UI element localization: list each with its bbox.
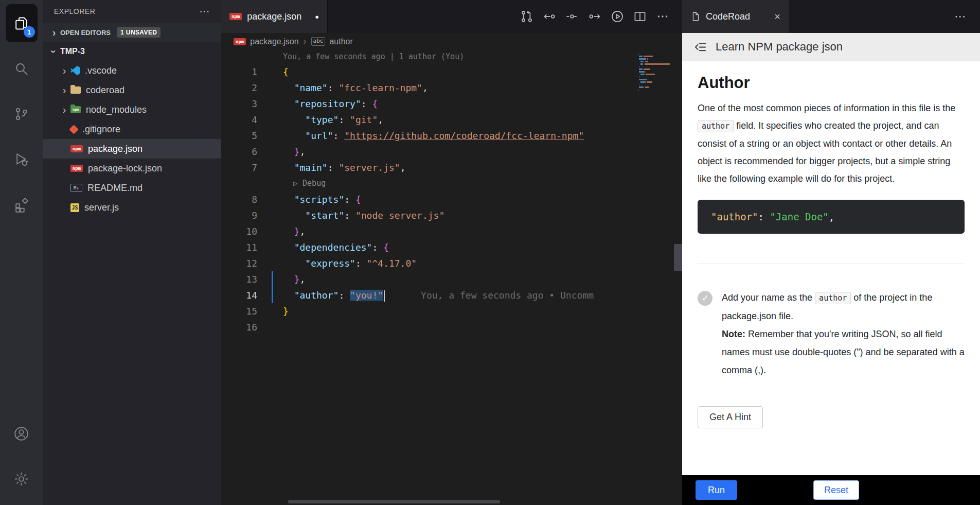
folder-item-coderoad[interactable]: ›coderoad <box>43 80 221 100</box>
code-line-3[interactable]: 3 "repository": { <box>221 96 682 112</box>
activity-settings-icon[interactable] <box>6 460 38 498</box>
code-line-2[interactable]: 2 "name": "fcc-learn-npm", <box>221 80 682 96</box>
activity-source-control-icon[interactable] <box>6 95 38 133</box>
activity-search-icon[interactable] <box>6 49 38 88</box>
horizontal-scrollbar[interactable] <box>288 500 500 503</box>
code-line-7[interactable]: 7 "main": "server.js", <box>221 160 682 176</box>
breadcrumb-symbol[interactable]: abc author <box>311 37 353 46</box>
chevron-right-icon: › <box>48 27 60 38</box>
code-line-5[interactable]: 5 "url": "https://github.com/coderoad/fc… <box>221 128 682 144</box>
code-line-14[interactable]: 14 "author": "you!"You, a few seconds ag… <box>221 287 682 303</box>
code-line-4[interactable]: 4 "type": "git", <box>221 112 682 128</box>
breadcrumb-separator-icon: › <box>304 36 307 47</box>
document-icon <box>690 11 701 22</box>
code-lines: You, a few seconds ago | 1 author (You)1… <box>221 50 682 335</box>
pull-request-icon[interactable] <box>520 9 534 24</box>
code-line-13[interactable]: 13 }, <box>221 271 682 287</box>
coderoad-footer: Run Reset <box>682 475 980 505</box>
chevron-right-icon: › <box>58 105 70 115</box>
text-cursor <box>384 290 385 302</box>
run-button[interactable]: Run <box>696 480 737 500</box>
nav-forward-icon[interactable] <box>587 9 602 24</box>
codelens-debug[interactable]: ▷ Debug <box>221 176 682 191</box>
split-editor-icon[interactable] <box>633 9 647 24</box>
get-hint-button[interactable]: Get A Hint <box>698 406 763 428</box>
symbol-string-icon: abc <box>311 37 326 46</box>
step-marker-icon[interactable] <box>565 9 579 24</box>
more-actions-icon[interactable] <box>655 9 670 24</box>
code-line-8[interactable]: 8 "scripts": { <box>221 191 682 207</box>
code-line-15[interactable]: 15} <box>221 303 682 319</box>
back-to-list-icon[interactable] <box>693 40 707 54</box>
folder-icon <box>70 86 81 94</box>
folder-item-node_modules[interactable]: ›npmnode_modules <box>43 100 221 119</box>
open-editors-row[interactable]: › OPEN EDITORS 1 UNSAVED <box>43 23 221 42</box>
inline-code-author: author <box>698 120 734 132</box>
line-number: 13 <box>221 271 272 287</box>
open-editors-label: OPEN EDITORS <box>60 29 111 37</box>
file-label: package.json <box>88 144 142 154</box>
panel-more-actions-icon[interactable]: ⋯ <box>954 10 980 23</box>
code-line-12[interactable]: 12 "express": "^4.17.0" <box>221 255 682 271</box>
activity-bar-top: 1 <box>6 4 38 231</box>
folder-item-.vscode[interactable]: ›.vscode <box>43 61 221 80</box>
breadcrumb: npm package.json › abc author <box>221 33 682 50</box>
tab-package-json[interactable]: npm package.json ● <box>221 0 328 33</box>
activity-extensions-icon[interactable] <box>6 185 38 223</box>
run-circle-icon[interactable] <box>610 9 625 24</box>
explorer-title: EXPLORER <box>54 7 95 15</box>
code-line-16[interactable]: 16 <box>221 319 682 335</box>
code-line-11[interactable]: 11 "dependencies": { <box>221 239 682 255</box>
workspace-section-header[interactable]: › TMP-3 <box>43 42 221 61</box>
vscode-window: 1 EXPLORER ⋯ › OPEN EDITORS 1 UNSAVED › … <box>0 0 980 505</box>
nav-back-icon[interactable] <box>542 9 557 24</box>
editor-tab-bar: npm package.json ● <box>221 0 682 33</box>
tab-coderoad[interactable]: CodeRoad × <box>682 0 789 33</box>
activity-run-debug-icon[interactable] <box>6 140 38 178</box>
lesson-heading: Author <box>698 74 965 92</box>
line-number: 10 <box>221 223 272 239</box>
line-number: 11 <box>221 239 272 255</box>
file-item-package-lock.json[interactable]: npmpackage-lock.json <box>43 159 221 178</box>
scrollbar-thumb[interactable] <box>674 244 682 271</box>
npm-icon: npm <box>70 145 83 152</box>
file-item-.gitignore[interactable]: .gitignore <box>43 119 221 139</box>
task-text: Add your name as the author of the proje… <box>722 289 965 379</box>
file-item-server.js[interactable]: JSserver.js <box>43 198 221 217</box>
line-number: 15 <box>221 303 272 319</box>
breadcrumb-file[interactable]: npm package.json <box>234 37 299 46</box>
code-editor[interactable]: You, a few seconds ago | 1 author (You)1… <box>221 50 682 505</box>
npm-icon: npm <box>229 13 242 20</box>
file-label: README.md <box>87 183 142 194</box>
dirty-indicator-icon[interactable]: ● <box>315 13 319 21</box>
folder-npm-icon: npm <box>70 106 81 113</box>
code-line-9[interactable]: 9 "start": "node server.js" <box>221 207 682 223</box>
minimap[interactable] <box>638 53 675 93</box>
section-divider <box>698 264 965 264</box>
reset-button[interactable]: Reset <box>813 480 859 500</box>
explorer-badge: 1 <box>24 26 35 38</box>
coderoad-tab-bar: CodeRoad × ⋯ <box>682 0 980 33</box>
file-label: .vscode <box>85 65 117 76</box>
close-icon[interactable]: × <box>774 11 780 23</box>
code-line-10[interactable]: 10 }, <box>221 223 682 239</box>
explorer-more-actions-icon[interactable]: ⋯ <box>200 5 210 18</box>
line-number: 1 <box>221 64 272 80</box>
code-line-6[interactable]: 6 }, <box>221 144 682 160</box>
chevron-right-icon: › <box>58 85 70 95</box>
activity-explorer-icon[interactable]: 1 <box>6 4 38 42</box>
line-number: 3 <box>221 96 272 112</box>
file-item-README.md[interactable]: M↓README.md <box>43 178 221 198</box>
file-item-package.json[interactable]: npmpackage.json <box>43 139 221 159</box>
md-icon: M↓ <box>70 184 82 192</box>
npm-icon: npm <box>234 38 246 45</box>
line-number: 5 <box>221 128 272 144</box>
vscode-icon <box>70 66 80 75</box>
code-line-1[interactable]: 1{ <box>221 64 682 80</box>
note-label: Note: <box>722 329 745 339</box>
coderoad-panel: CodeRoad × ⋯ Learn NPM package json Auth… <box>682 0 980 505</box>
file-label: node_modules <box>86 105 147 115</box>
activity-account-icon[interactable] <box>6 414 38 452</box>
activity-bar-bottom <box>6 414 38 505</box>
js-icon: JS <box>70 203 79 212</box>
